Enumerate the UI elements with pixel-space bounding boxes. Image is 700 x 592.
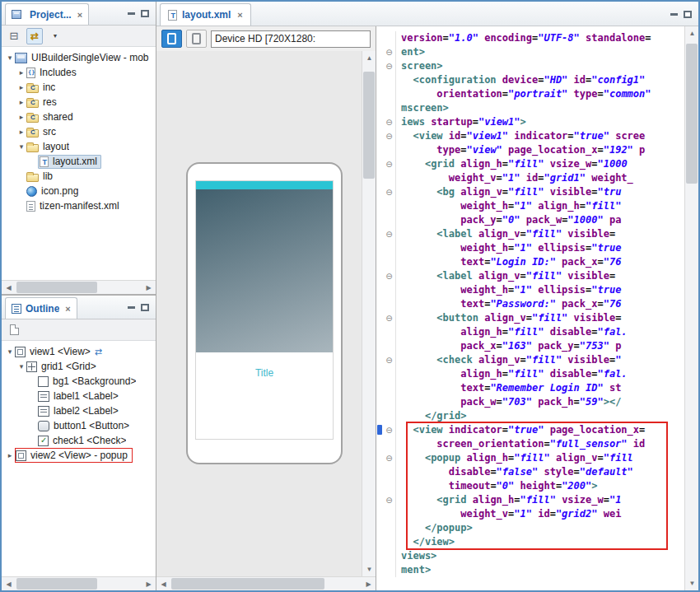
tree-item-button1-button[interactable]: button1 <Button>	[2, 418, 156, 433]
fold-collapse-icon[interactable]: ⊖	[383, 423, 396, 437]
design-vscrollbar[interactable]: ▲ ▼	[362, 51, 376, 576]
collapse-all-button[interactable]: ⊟	[6, 28, 22, 44]
code-line[interactable]: ⊖ent>	[376, 45, 684, 59]
tree-item-layout-xml[interactable]: layout.xml	[2, 154, 156, 169]
project-hscroll-thumb[interactable]	[16, 282, 97, 293]
code-line[interactable]: ⊖screen>	[376, 59, 684, 73]
code-line[interactable]: align_h="fill" disable="fal.	[376, 325, 684, 339]
scroll-up-icon[interactable]: ▲	[685, 26, 699, 40]
code-line[interactable]: ⊖ <popup align_h="fill" align_v="fill	[376, 451, 684, 465]
phone-preview[interactable]: Title	[186, 162, 343, 464]
tree-item-view2-view-popup[interactable]: ▸view2 <View> - popup	[2, 448, 156, 463]
scroll-right-icon[interactable]: ▶	[142, 281, 156, 295]
fold-collapse-icon[interactable]: ⊖	[383, 269, 396, 283]
code-line[interactable]: ⊖ <grid align_h="fill" vsize_w="1000	[376, 157, 684, 171]
phone-screen[interactable]: Title	[195, 180, 334, 440]
code-line[interactable]: ⊖ <view id="view1" indicator="true" scre…	[376, 129, 684, 143]
fold-collapse-icon[interactable]: ⊖	[383, 353, 396, 367]
design-hscroll-track[interactable]	[170, 577, 362, 590]
scroll-left-icon[interactable]: ◀	[156, 577, 170, 591]
source-vscroll-thumb[interactable]	[686, 44, 698, 184]
tree-item-view1-view[interactable]: ▾view1 <View>⇄	[2, 344, 156, 359]
outline-hscrollbar[interactable]: ◀ ▶	[2, 576, 156, 590]
code-line[interactable]: weight_h="1" align_h="fill"	[376, 199, 684, 213]
tree-item-inc[interactable]: ▸inc	[2, 80, 156, 95]
expanded-arrow-icon[interactable]: ▾	[16, 142, 26, 151]
code-line[interactable]: ⊖ <label align_v="fill" visible=	[376, 269, 684, 283]
fold-collapse-icon[interactable]: ⊖	[383, 115, 396, 129]
tree-item-includes[interactable]: ▸Includes	[2, 65, 156, 80]
expanded-arrow-icon[interactable]: ▾	[5, 347, 15, 356]
code-line[interactable]: ⊖iews startup="view1">	[376, 115, 684, 129]
code-line[interactable]: screen_orientation="full_sensor" id	[376, 437, 684, 451]
tree-item-label2-label[interactable]: label2 <Label>	[2, 403, 156, 418]
scroll-right-icon[interactable]: ▶	[362, 577, 376, 591]
phone-statusbar[interactable]	[196, 181, 333, 189]
project-hscrollbar[interactable]: ◀ ▶	[2, 280, 156, 294]
scroll-right-icon[interactable]: ▶	[142, 577, 156, 591]
tree-item-icon-png[interactable]: icon.png	[2, 184, 156, 198]
code-line[interactable]: text="Remember Login ID" st	[376, 381, 684, 395]
collapsed-arrow-icon[interactable]: ▸	[16, 68, 26, 77]
design-canvas[interactable]: Title	[156, 51, 362, 576]
collapsed-arrow-icon[interactable]: ▸	[16, 83, 26, 91]
collapsed-arrow-icon[interactable]: ▸	[16, 128, 26, 136]
expanded-arrow-icon[interactable]: ▾	[5, 54, 15, 62]
maximize-icon[interactable]	[684, 11, 692, 18]
code-line[interactable]: ⊖ <bg align_v="fill" visible="tru	[376, 185, 684, 199]
close-icon[interactable]: ×	[77, 10, 82, 20]
scroll-down-icon[interactable]: ▼	[685, 576, 699, 590]
code-line[interactable]: pack_x="163" pack_y="753" p	[376, 339, 684, 353]
maximize-icon[interactable]	[141, 10, 149, 17]
code-line[interactable]: weight_h="1" ellipsis="true	[376, 283, 684, 297]
minimize-icon[interactable]	[128, 306, 135, 309]
fold-collapse-icon[interactable]: ⊖	[383, 129, 396, 143]
code-line[interactable]: weight_v="1" id="grid2" wei	[376, 507, 684, 521]
code-line[interactable]: ⊖ <label align_v="fill" visible=	[376, 227, 684, 241]
tree-item-uibuildersingleview-mob[interactable]: ▾UIBuilderSingleView - mob	[2, 50, 156, 65]
code-line[interactable]: </popup>	[376, 521, 684, 535]
tree-item-shared[interactable]: ▸shared	[2, 110, 156, 124]
code-line[interactable]: weight_v="1" id="grid1" weight_	[376, 171, 684, 185]
code-line[interactable]: ⊖ <view indicator="true" page_location_x…	[376, 423, 684, 437]
view-menu-button[interactable]: ▼	[47, 28, 63, 44]
close-icon[interactable]: ×	[237, 10, 242, 20]
collapsed-arrow-icon[interactable]: ▸	[16, 98, 26, 106]
scroll-left-icon[interactable]: ◀	[2, 281, 16, 295]
tree-item-src[interactable]: ▸src	[2, 124, 156, 139]
tree-item-tizen-manifest-xml[interactable]: tizen-manifest.xml	[2, 198, 156, 213]
fold-collapse-icon[interactable]: ⊖	[383, 59, 396, 73]
design-hscroll-thumb[interactable]	[171, 578, 324, 590]
tab-outline[interactable]: Outline ×	[5, 297, 77, 319]
code-line[interactable]: <configuration device="HD" id="config1"	[376, 73, 684, 87]
tab-project-explorer[interactable]: Project... ×	[5, 3, 89, 25]
design-vscroll-thumb[interactable]	[363, 72, 375, 179]
code-line[interactable]: ⊖ <grid align_h="fill" vsize_w="1	[376, 493, 684, 507]
tree-item-res[interactable]: ▸res	[2, 95, 156, 110]
fold-collapse-icon[interactable]: ⊖	[383, 493, 396, 507]
code-line[interactable]: timeout="0" height="200">	[376, 479, 684, 493]
code-line[interactable]: text="Password:" pack_x="76	[376, 297, 684, 311]
outline-hscroll-track[interactable]	[16, 577, 142, 590]
device-selector[interactable]: Device HD [720X1280:	[211, 30, 371, 48]
fold-collapse-icon[interactable]: ⊖	[383, 227, 396, 241]
scroll-down-icon[interactable]: ▼	[362, 562, 376, 576]
outline-hscroll-thumb[interactable]	[16, 578, 97, 590]
code-line[interactable]: text="Login ID:" pack_x="76	[376, 255, 684, 269]
code-line[interactable]: type="view" page_location_x="192" p	[376, 143, 684, 157]
device-view-button[interactable]	[161, 30, 182, 48]
fold-collapse-icon[interactable]: ⊖	[383, 185, 396, 199]
phone-title-label[interactable]: Title	[196, 367, 333, 379]
code-line[interactable]: </grid>	[376, 409, 684, 423]
fold-collapse-icon[interactable]: ⊖	[383, 157, 396, 171]
link-with-editor-button[interactable]: ⇄	[26, 28, 43, 44]
code-line[interactable]: pack_w="703" pack_h="59"></	[376, 395, 684, 409]
minimize-icon[interactable]	[128, 12, 135, 15]
code-line[interactable]: weight_h="1" ellipsis="true	[376, 241, 684, 255]
close-icon[interactable]: ×	[65, 304, 70, 314]
phone-background-widget[interactable]	[196, 189, 333, 352]
code-line[interactable]: ment>	[376, 563, 684, 577]
code-line[interactable]: orientation="portrait" type="common"	[376, 87, 684, 101]
tree-item-bg1-background[interactable]: bg1 <Background>	[2, 374, 156, 389]
tree-item-layout[interactable]: ▾layout	[2, 139, 156, 154]
